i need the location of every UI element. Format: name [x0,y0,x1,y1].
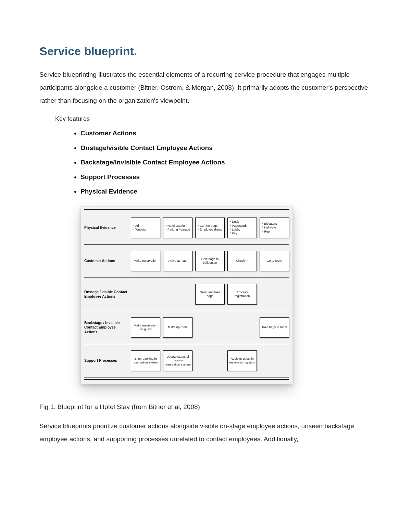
bp-box: Make reservation [131,251,160,271]
bp-box: Update status of room in reservation sys… [163,350,192,371]
bp-box: Make up room [163,317,192,338]
row-cells: Make reservation for guest Make up room … [131,314,289,341]
bp-box: * Desk * Paperwork * Lobby * Key [227,218,257,238]
feature-item: Onstage/visible Contact Employee Actions [80,144,372,153]
bp-empty [260,286,289,302]
row-cells: * Ad * Website * Hotel exterior * Parkin… [131,214,289,242]
document-page: Service blueprint. Service blueprinting … [0,0,411,532]
row-label: Physical Evidence [84,214,131,242]
row-cells: Make reservation Arrive at hotel Give ba… [131,247,289,275]
bp-empty [195,320,225,335]
bp-box: * Elevators * Hallways * Room [260,218,289,238]
feature-item: Physical Evidence [80,187,372,196]
row-label: Customer Actions [84,247,131,275]
bp-box: Process registration [227,284,257,305]
key-features-label: Key features [55,115,372,123]
intro-paragraph: Service blueprinting illustrates the ess… [39,68,372,107]
row-label: Support Processes [84,347,131,374]
bp-box: Make reservation for guest [131,317,160,338]
bp-box: Take bags to room [260,317,289,338]
feature-item: Backstage/invisible Contact Employee Act… [80,158,372,167]
blueprint-top-bar [84,209,289,210]
bp-box: Go to room [260,251,289,271]
blueprint-diagram: Physical Evidence * Ad * Website * Hotel… [80,207,293,384]
blueprint-row-backstage: Backstage / invisible Contact Employee A… [84,311,289,344]
bp-box: Register guest in reservation system [227,350,257,371]
bp-box: * Hotel exterior * Parking / garage [163,218,192,238]
row-label: Onstage / visible Contact Employee Actio… [84,281,131,308]
blueprint-row-onstage: Onstage / visible Contact Employee Actio… [84,278,289,311]
bp-box: * Ad * Website [131,218,160,238]
bp-empty [227,320,257,335]
page-title: Service blueprint. [39,45,372,58]
bp-box: Enter booking in reservation system [131,350,160,371]
figure-caption: Fig 1: Blueprint for a Hotel Stay (from … [39,403,372,411]
bp-empty [260,353,289,369]
bp-box: * Cart for bags * Employee dress [195,218,225,238]
blueprint-bottom-bar [84,379,289,380]
row-cells: Enter booking in reservation system Upda… [131,347,289,374]
blueprint-row-support: Support Processes Enter booking in reser… [84,344,289,378]
bp-box: Greet and take bags [195,284,225,305]
bp-empty [163,286,192,302]
blueprint-row-customer-actions: Customer Actions Make reservation Arrive… [84,245,289,278]
feature-item: Customer Actions [80,129,372,138]
features-list: Customer Actions Onstage/visible Contact… [80,129,372,196]
bp-box: Arrive at hotel [163,251,192,271]
bp-empty [195,353,225,369]
blueprint-row-physical-evidence: Physical Evidence * Ad * Website * Hotel… [84,211,289,245]
bp-box: Give bags to bellperson [195,251,225,271]
feature-item: Support Processes [80,173,372,182]
row-cells: Greet and take bags Process registration [131,281,289,308]
closing-paragraph: Service blueprints prioritize customer a… [39,420,372,446]
bp-empty [131,286,160,302]
bp-box: Check in [227,251,257,271]
row-label: Backstage / invisible Contact Employee A… [84,314,131,341]
